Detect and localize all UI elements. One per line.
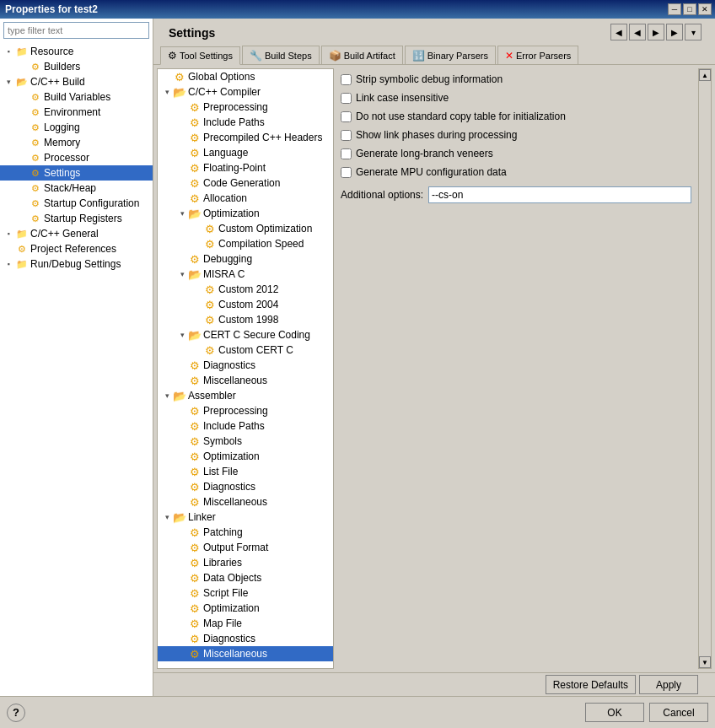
cancel-button[interactable]: Cancel: [649, 703, 708, 722]
tree-item-resource[interactable]: ▪ 📁 Resource: [0, 44, 153, 59]
checkbox-gen-long-branch[interactable]: [341, 148, 352, 159]
label-preprocessing-asm: Preprocessing: [203, 405, 268, 417]
nav-dropdown-button[interactable]: ▾: [685, 24, 702, 40]
nav-forward-button2[interactable]: ▶: [666, 24, 683, 40]
inner-tree-debugging[interactable]: ⚙ Debugging: [158, 251, 333, 267]
inner-tree-custom-2004[interactable]: ⚙ Custom 2004: [158, 297, 333, 312]
inner-tree-custom-opt[interactable]: ⚙ Custom Optimization: [158, 221, 333, 236]
tree-item-startup-regs[interactable]: ⚙ Startup Registers: [0, 211, 153, 226]
inner-tree-precompiled[interactable]: ⚙ Precompiled C++ Headers: [158, 130, 333, 145]
tab-binary-parsers[interactable]: 🔢 Binary Parsers: [405, 46, 496, 64]
tree-item-cpp-general[interactable]: ▪ 📁 C/C++ General: [0, 226, 153, 241]
checkbox-show-link-phases[interactable]: [341, 130, 352, 141]
inner-tree-patching[interactable]: ⚙ Patching: [158, 525, 333, 540]
inner-tree-misra-c[interactable]: ▾ 📂 MISRA C: [158, 267, 333, 282]
close-button[interactable]: ✕: [698, 3, 712, 15]
tree-item-builders[interactable]: ⚙ Builders: [0, 59, 153, 74]
tree-item-project-refs[interactable]: ⚙ Project References: [0, 241, 153, 256]
right-scrollbar[interactable]: ▲ ▼: [698, 68, 712, 669]
checkbox-link-case[interactable]: [341, 93, 352, 104]
inner-tree-map-file[interactable]: ⚙ Map File: [158, 616, 333, 631]
scroll-down-button[interactable]: ▼: [699, 656, 711, 668]
ok-button[interactable]: OK: [585, 703, 644, 722]
tab-error-parsers[interactable]: ✕ Error Parsers: [497, 46, 578, 64]
inner-tree-diagnostics-linker[interactable]: ⚙ Diagnostics: [158, 631, 333, 646]
inner-tree-language[interactable]: ⚙ Language: [158, 145, 333, 160]
help-button[interactable]: ?: [7, 704, 25, 722]
tab-binary-parsers-label: Binary Parsers: [427, 51, 488, 61]
checkbox-strip-debug[interactable]: [341, 74, 352, 85]
minimize-button[interactable]: ─: [668, 3, 681, 15]
tree-item-build-variables[interactable]: ⚙ Build Variables: [0, 89, 153, 105]
inner-tree-script-file[interactable]: ⚙ Script File: [158, 585, 333, 601]
inner-tree-floating-point[interactable]: ⚙ Floating-Point: [158, 160, 333, 175]
inner-tree-custom-cert-c[interactable]: ⚙ Custom CERT C: [158, 342, 333, 358]
inner-tree-assembler[interactable]: ▾ 📂 Assembler: [158, 388, 333, 403]
tree-item-settings[interactable]: ⚙ Settings: [0, 165, 153, 181]
restore-apply-bar: Restore Defaults Apply: [153, 672, 715, 696]
filter-input[interactable]: [3, 22, 149, 39]
tab-build-steps-label: Build Steps: [265, 51, 312, 61]
restore-defaults-button[interactable]: Restore Defaults: [546, 675, 636, 694]
nav-forward-button[interactable]: ▶: [648, 24, 664, 40]
inner-tree-allocation[interactable]: ⚙ Allocation: [158, 191, 333, 206]
exp-global-options: [161, 71, 173, 83]
inner-tree-diagnostics-compiler[interactable]: ⚙ Diagnostics: [158, 358, 333, 373]
nav-back-button2[interactable]: ◀: [629, 24, 646, 40]
label-optimization-linker: Optimization: [203, 602, 260, 614]
tree-item-environment[interactable]: ⚙ Environment: [0, 105, 153, 120]
label-diagnostics-compiler: Diagnostics: [203, 359, 255, 371]
exp-debugging: [176, 253, 188, 265]
inner-tree-linker[interactable]: ▾ 📂 Linker: [158, 510, 333, 525]
scroll-up-button[interactable]: ▲: [699, 69, 711, 81]
inner-tree-cert-c[interactable]: ▾ 📂 CERT C Secure Coding: [158, 327, 333, 342]
tree-label-env: Environment: [44, 106, 100, 118]
tree-item-logging[interactable]: ⚙ Logging: [0, 120, 153, 135]
checkbox-no-copy-table[interactable]: [341, 111, 352, 122]
inner-tree-preprocessing-asm[interactable]: ⚙ Preprocessing: [158, 403, 333, 418]
tree-item-cpp-build[interactable]: ▾ 📂 C/C++ Build: [0, 74, 153, 89]
tree-item-memory[interactable]: ⚙ Memory: [0, 135, 153, 150]
tree-label-startup-config: Startup Configuration: [44, 197, 139, 209]
inner-tree-data-objects[interactable]: ⚙ Data Objects: [158, 570, 333, 585]
inner-tree-optimization-asm[interactable]: ⚙ Optimization: [158, 449, 333, 464]
inner-tree-symbols-asm[interactable]: ⚙ Symbols: [158, 434, 333, 449]
expander-logging: [15, 121, 29, 134]
inner-tree-diagnostics-asm[interactable]: ⚙ Diagnostics: [158, 479, 333, 494]
label-compilation-speed: Compilation Speed: [218, 238, 304, 250]
inner-tree-misc-compiler[interactable]: ⚙ Miscellaneous: [158, 373, 333, 388]
exp-assembler: ▾: [161, 390, 173, 402]
apply-button[interactable]: Apply: [639, 675, 698, 694]
tree-item-startup-config[interactable]: ⚙ Startup Configuration: [0, 196, 153, 211]
inner-tree-list-file[interactable]: ⚙ List File: [158, 464, 333, 479]
inner-tree-optimization-linker[interactable]: ⚙ Optimization: [158, 601, 333, 616]
inner-tree-include-paths-asm[interactable]: ⚙ Include Paths: [158, 418, 333, 434]
ico-misra-c: 📂: [188, 267, 202, 281]
inner-tree-global-options[interactable]: ⚙ Global Options: [158, 69, 333, 84]
inner-tree-libraries[interactable]: ⚙ Libraries: [158, 555, 333, 570]
inner-tree-custom-1998[interactable]: ⚙ Custom 1998: [158, 312, 333, 327]
maximize-button[interactable]: □: [683, 3, 696, 15]
inner-tree-optimization[interactable]: ▾ 📂 Optimization: [158, 206, 333, 221]
exp-symbols-asm: [176, 435, 188, 447]
folder-icon-cpp-general: 📁: [15, 227, 29, 240]
inner-tree-compilation-speed[interactable]: ⚙ Compilation Speed: [158, 236, 333, 251]
inner-tree-cpp-compiler[interactable]: ▾ 📂 C/C++ Compiler: [158, 84, 333, 100]
tree-item-processor[interactable]: ⚙ Processor: [0, 150, 153, 165]
tab-tool-settings[interactable]: ⚙ Tool Settings: [160, 46, 240, 65]
label-misc-asm: Miscellaneous: [203, 496, 267, 508]
tab-build-steps[interactable]: 🔧 Build Steps: [242, 46, 320, 64]
inner-tree-custom-2012[interactable]: ⚙ Custom 2012: [158, 282, 333, 297]
inner-tree-code-gen[interactable]: ⚙ Code Generation: [158, 175, 333, 191]
additional-options-input[interactable]: [428, 186, 691, 203]
tree-item-rundebug[interactable]: ▪ 📁 Run/Debug Settings: [0, 256, 153, 272]
inner-tree-misc-linker[interactable]: ⚙ Miscellaneous: [158, 646, 333, 661]
inner-tree-include-paths[interactable]: ⚙ Include Paths: [158, 115, 333, 130]
inner-tree-misc-asm[interactable]: ⚙ Miscellaneous: [158, 494, 333, 510]
tree-item-stack-heap[interactable]: ⚙ Stack/Heap: [0, 181, 153, 196]
inner-tree-output-format[interactable]: ⚙ Output Format: [158, 540, 333, 555]
checkbox-gen-mpu[interactable]: [341, 167, 352, 178]
nav-back-button[interactable]: ◀: [610, 24, 627, 40]
tab-build-artifact[interactable]: 📦 Build Artifact: [321, 46, 403, 64]
inner-tree-preprocessing[interactable]: ⚙ Preprocessing: [158, 100, 333, 115]
